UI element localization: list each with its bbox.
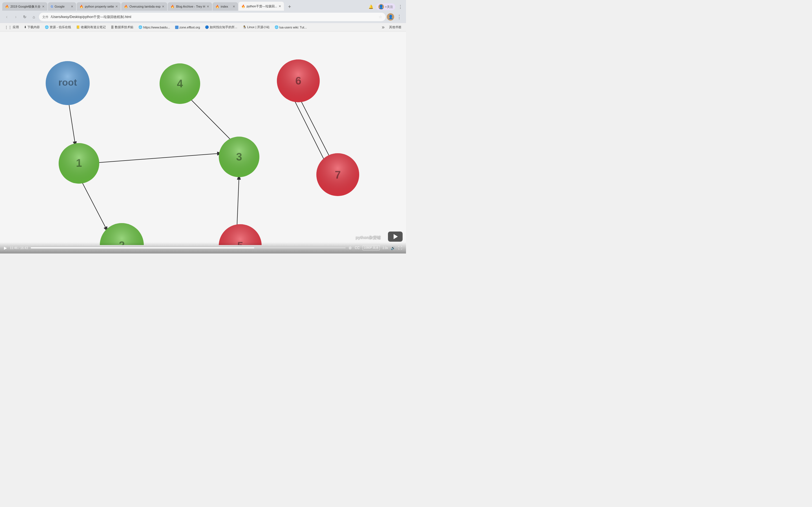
tab-close-4[interactable]: ✕ [162, 5, 164, 8]
address-bar: ‹ › ↻ ⌂ 文件 /Users/kwsy/Desktop/python干货-… [0, 11, 406, 23]
current-time: 11:46 [10, 246, 18, 249]
bookmark-youdao-label: 收藏到有道云笔记 [81, 25, 106, 29]
svg-line-4 [186, 94, 233, 142]
bookmarks-bar: ⋮⋮ 应用 ⬇ 下载内容 🌐 资源 - 伯乐在线 📒 收藏到有道云笔记 🗄 数据… [0, 23, 406, 32]
tab-title-6: index [221, 5, 231, 8]
bookmark-zhihu-label: 如何找出知乎的所... [210, 25, 237, 29]
video-play-button[interactable]: ▶ [4, 245, 7, 250]
bookmark-effbot[interactable]: zone.effbot.org [173, 25, 202, 30]
yt-play-icon [394, 234, 398, 239]
tab-favicon-7: 🔥 [241, 4, 245, 8]
profile-area[interactable]: 👤 +关注 [376, 3, 395, 10]
user-profile-icon[interactable]: 👤 [387, 13, 394, 20]
svg-line-7 [297, 94, 332, 162]
video-settings-icon[interactable]: ⚙ [349, 246, 352, 250]
tab-close-3[interactable]: ✕ [115, 5, 118, 8]
bookmark-linux[interactable]: 🐧 Linux | 开源小站 [240, 24, 272, 30]
bookmark-other-label: 其他书签 [389, 25, 402, 29]
tab-favicon-2: G [51, 5, 53, 8]
svg-text:3: 3 [236, 151, 242, 163]
profile-avatar: 👤 [378, 4, 384, 10]
back-button[interactable]: ‹ [3, 13, 11, 21]
download-icon: ⬇ [24, 25, 27, 29]
tab-index[interactable]: 🔥 index ✕ [213, 2, 238, 11]
tab-2019google[interactable]: 🔥 2019 Google镜像大全 ✕ [2, 2, 47, 11]
more-bookmarks[interactable]: » [380, 24, 386, 31]
bookmark-baidu[interactable]: 🌐 https://www.baidu... [136, 25, 172, 30]
bookmark-db-label: 数据库技术贴 [115, 25, 133, 29]
cc-icon[interactable]: CC [355, 246, 359, 250]
tab-lambda[interactable]: 🔥 Overusing lambda exp ✕ [121, 2, 167, 11]
browser-menu-button[interactable]: ⋮ [395, 13, 403, 21]
effbot-favicon [175, 25, 179, 29]
svg-line-6 [237, 175, 239, 230]
extension-icon-bell[interactable]: 🔔 [368, 3, 374, 10]
bole-icon: 🌐 [45, 25, 49, 29]
home-button[interactable]: ⌂ [30, 13, 38, 21]
tab-active-python[interactable]: 🔥 python干货---垃圾回... ✕ [239, 2, 284, 11]
tab-favicon-3: 🔥 [80, 5, 84, 8]
bookmark-lua-label: lua-users wiki: Tut... [280, 25, 307, 29]
new-tab-button[interactable]: + [286, 3, 294, 11]
bookmark-youdao[interactable]: 📒 收藏到有道云笔记 [74, 24, 108, 30]
tab-property-setter[interactable]: 🔥 python property sette ✕ [77, 2, 121, 11]
tab-close-6[interactable]: ✕ [233, 5, 235, 8]
bookmark-download[interactable]: ⬇ 下载内容 [22, 24, 42, 30]
tab-google[interactable]: G Google ✕ [48, 2, 76, 11]
bookmark-lua[interactable]: 🌐 lua-users wiki: Tut... [272, 25, 309, 30]
tab-title-4: Overusing lambda exp [130, 5, 160, 8]
fullscreen-icon[interactable]: ⛶ [398, 245, 402, 250]
svg-text:4: 4 [177, 78, 183, 90]
svg-text:6: 6 [295, 75, 301, 87]
extensions-area: 👤 [387, 13, 394, 20]
tab-close-7[interactable]: ✕ [278, 4, 281, 8]
tab-close-1[interactable]: ✕ [42, 5, 45, 8]
tab-title-3: python property sette [85, 5, 114, 8]
tab-close-2[interactable]: ✕ [71, 5, 73, 8]
bookmark-db[interactable]: 🗄 数据库技术贴 [109, 24, 136, 30]
svg-text:7: 7 [335, 169, 341, 181]
svg-text:1: 1 [76, 157, 82, 169]
url-display: /Users/kwsy/Desktop/python干货---垃圾回收机制.ht… [51, 15, 376, 19]
db-icon: 🗄 [111, 25, 114, 29]
tab-blog-archive[interactable]: 🔥 Blog Archive - Trey H ✕ [168, 2, 212, 11]
bookmark-bole[interactable]: 🌐 资源 - 伯乐在线 [43, 24, 73, 30]
protocol-indicator: 文件 [42, 15, 49, 19]
youdao-icon: 📒 [76, 25, 80, 29]
bookmark-baidu-label: https://www.baidu... [143, 25, 170, 29]
svg-line-8 [291, 94, 325, 161]
video-controls-bar: ▶ 11:46 / 16:43 ⚙ CC 1080P 高清 2.0x 🔊 ⛶ [0, 242, 406, 253]
apps-button[interactable]: ⋮⋮ 应用 [2, 24, 21, 30]
yt-logo-button[interactable] [388, 231, 403, 242]
address-input-field[interactable]: 文件 /Users/kwsy/Desktop/python干货---垃圾回收机制… [39, 13, 386, 21]
play-icon: ▶ [4, 245, 7, 250]
bookmark-effbot-label: zone.effbot.org [179, 25, 200, 29]
bookmark-other[interactable]: 其他书签 [387, 24, 404, 30]
reload-button[interactable]: ↻ [21, 13, 29, 21]
bookmark-zhihu[interactable]: 🔵 如何找出知乎的所... [203, 24, 239, 30]
zhihu-icon: 🔵 [205, 25, 209, 29]
extension-menu-button[interactable]: ⋮ [397, 3, 404, 10]
svg-text:root: root [58, 77, 77, 88]
svg-line-3 [88, 153, 222, 163]
bookmark-star-icon[interactable]: ☆ [378, 15, 382, 19]
progress-bar-fill [31, 247, 254, 248]
content-area: root 1 2 3 4 5 6 [0, 32, 406, 253]
video-speed[interactable]: 2.0x [383, 246, 388, 249]
bookmark-bole-label: 资源 - 伯乐在线 [50, 25, 71, 29]
lua-icon: 🌐 [274, 25, 278, 29]
browser-window: 🔥 2019 Google镜像大全 ✕ G Google ✕ 🔥 python … [0, 0, 406, 253]
tab-close-5[interactable]: ✕ [207, 5, 209, 8]
graph-diagram: root 1 2 3 4 5 6 [0, 32, 406, 245]
video-quality[interactable]: 1080P 高清 [363, 245, 380, 250]
bookmark-linux-label: Linux | 开源小站 [247, 25, 269, 29]
tab-favicon-4: 🔥 [124, 5, 128, 8]
forward-button[interactable]: › [12, 13, 20, 21]
volume-icon[interactable]: 🔊 [391, 246, 395, 250]
baidu-icon: 🌐 [139, 25, 142, 29]
total-time: 16:43 [20, 246, 28, 249]
apps-icon: ⋮⋮ [4, 25, 12, 29]
linux-icon: 🐧 [243, 25, 246, 29]
progress-bar-container[interactable] [31, 247, 346, 248]
tab-title-7: python干货---垃圾回... [247, 4, 277, 8]
